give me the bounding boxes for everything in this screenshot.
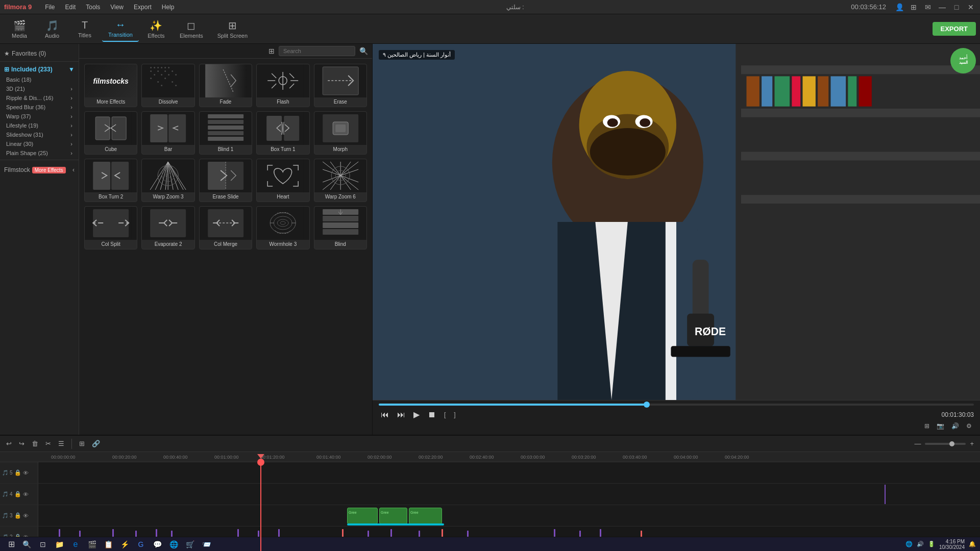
effect-blind[interactable]: Blind (314, 206, 367, 249)
effect-colmerge[interactable]: Col Merge (199, 206, 252, 249)
lock-icon-3[interactable]: 🔒 (14, 512, 21, 519)
mail-icon[interactable]: ✉ (923, 2, 933, 12)
effect-warpzoom6[interactable]: Warp Zoom 6 (314, 159, 367, 202)
lock-icon-4[interactable]: 🔒 (14, 491, 21, 497)
lock-icon-5[interactable]: 🔒 (14, 469, 21, 476)
taskbar-notification-icon[interactable]: 🔔 (969, 541, 976, 547)
crop-btn[interactable]: ⊞ (922, 421, 932, 431)
sidebar-plain-shape[interactable]: Plain Shape (25) › (0, 148, 79, 158)
menu-help[interactable]: Help (157, 0, 180, 14)
undo-btn[interactable]: ↩ (4, 439, 14, 448)
sidebar-3d[interactable]: 3D (21) › (0, 84, 79, 93)
taskbar-app2[interactable]: 📋 (101, 538, 115, 550)
effect-flash[interactable]: Flash (256, 64, 309, 107)
tool-media[interactable]: 🎬 Media (4, 16, 35, 42)
sidebar-slideshow[interactable]: Slideshow (31) › (0, 130, 79, 139)
taskbar-explorer[interactable]: 📁 (52, 538, 66, 550)
effect-blind1[interactable]: Blind 1 (199, 111, 252, 155)
progress-thumb[interactable] (644, 402, 650, 408)
redo-btn[interactable]: ↪ (17, 439, 27, 448)
zoom-in-btn[interactable]: + (968, 439, 976, 448)
delete-btn[interactable]: 🗑 (30, 439, 40, 448)
effect-fade[interactable]: Fade (199, 64, 252, 107)
effect-wormhole3[interactable]: Wormhole 3 (256, 206, 309, 249)
effect-bar[interactable]: Bar (141, 111, 194, 155)
search-icon[interactable]: 🔍 (359, 47, 368, 55)
effect-erase[interactable]: Erase (314, 64, 367, 107)
tool-split-screen[interactable]: ⊞ Split Screen (211, 16, 254, 42)
grid-icon[interactable]: ⊞ (909, 2, 919, 12)
sidebar-warp[interactable]: Warp (37) › (0, 112, 79, 121)
progress-bar[interactable] (379, 404, 974, 406)
track-content-4[interactable] (38, 484, 980, 505)
rewind-btn[interactable]: ⏮ (379, 409, 391, 420)
minimize-btn[interactable]: — (937, 2, 947, 12)
menu-tools[interactable]: Tools (81, 0, 105, 14)
step-back-btn[interactable]: ⏭ (395, 409, 407, 420)
taskbar-app3[interactable]: ⚡ (117, 538, 132, 550)
tool-transition[interactable]: ↔ Transition (102, 16, 139, 42)
tool-audio[interactable]: 🎵 Audio (37, 16, 67, 42)
sidebar-linear[interactable]: Linear (30) › (0, 139, 79, 148)
green-clip-3a[interactable]: Gree (347, 508, 378, 524)
maximize-btn[interactable]: □ (951, 2, 962, 12)
effect-heart[interactable]: Heart (256, 159, 309, 202)
effect-boxturn1[interactable]: Box Turn 1 (256, 111, 309, 155)
taskbar-sound-icon[interactable]: 🔊 (917, 541, 924, 547)
tool-effects[interactable]: ✨ Effects (141, 16, 172, 42)
eye-icon-4[interactable]: 👁 (23, 491, 29, 497)
search-input[interactable] (279, 46, 355, 56)
taskbar-datetime[interactable]: 4:16 PM 10/30/2024 (939, 539, 965, 550)
sidebar-speed-blur[interactable]: Speed Blur (36) › (0, 103, 79, 112)
sidebar-basic[interactable]: Basic (18) (0, 75, 79, 84)
taskbar-app5[interactable]: 📨 (199, 538, 213, 550)
settings-btn[interactable]: ⚙ (964, 421, 974, 431)
effect-cube[interactable]: Cube (84, 111, 137, 155)
green-clip-3b[interactable]: Gree (379, 508, 407, 524)
taskbar-chrome[interactable]: 🌐 (166, 538, 181, 550)
grid-view-icon[interactable]: ⊞ (268, 47, 275, 55)
sidebar-ripple[interactable]: Ripple & Dis... (16) › (0, 93, 79, 103)
list-btn[interactable]: ☰ (56, 439, 66, 448)
taskbar-battery-icon[interactable]: 🔋 (928, 541, 935, 547)
green-clip-3c[interactable]: Gree (409, 508, 442, 524)
taskbar-app4[interactable]: 💬 (150, 538, 164, 550)
track-add-btn[interactable]: ⊞ (77, 439, 87, 448)
taskbar-browser[interactable]: G (134, 538, 148, 550)
tool-elements[interactable]: ◻ Elements (174, 16, 209, 42)
sidebar-favorites[interactable]: ★ Favorites (0) (0, 48, 79, 59)
taskbar-search[interactable]: 🔍 (19, 538, 34, 550)
start-button[interactable]: ⊞ (4, 537, 18, 552)
taskbar-network-icon[interactable]: 🌐 (905, 541, 913, 547)
effect-warpzoom3[interactable]: Warp Zoom 3 (141, 159, 194, 202)
export-button[interactable]: EXPORT (933, 22, 976, 36)
taskbar-filmora[interactable]: 🎬 (85, 538, 99, 550)
stop-btn[interactable]: ⏹ (426, 409, 438, 420)
sidebar-lifestyle[interactable]: Lifestyle (19) › (0, 121, 79, 130)
volume-btn[interactable]: 🔊 (949, 421, 961, 431)
menu-view[interactable]: View (105, 0, 129, 14)
taskbar-taskview[interactable]: ⊡ (36, 538, 50, 550)
taskbar-edge[interactable]: e (68, 538, 83, 550)
taskbar-store[interactable]: 🛒 (183, 538, 197, 550)
track-content-3[interactable]: Gree Gree Gree (38, 505, 980, 526)
cut-btn[interactable]: ✂ (43, 439, 53, 448)
eye-icon-3[interactable]: 👁 (23, 513, 29, 519)
menu-edit[interactable]: Edit (60, 0, 81, 14)
sidebar-included[interactable]: ⊞ Included (233) ▼ (0, 64, 79, 75)
link-btn[interactable]: 🔗 (90, 439, 102, 448)
effect-eraseslide[interactable]: Erase Slide (199, 159, 252, 202)
menu-file[interactable]: File (40, 0, 60, 14)
effect-morph[interactable]: Morph (314, 111, 367, 155)
effect-filmstocks[interactable]: filmstocks More Effects (84, 64, 137, 107)
effect-evaporate2[interactable]: Evaporate 2 (141, 206, 194, 249)
zoom-out-btn[interactable]: — (912, 439, 923, 448)
tool-titles[interactable]: T Titles (69, 16, 100, 42)
menu-export[interactable]: Export (129, 0, 157, 14)
bracket-left-btn[interactable]: [ (442, 410, 448, 419)
effect-colsplit[interactable]: Col Split (84, 206, 137, 249)
effect-boxturn2[interactable]: Box Turn 2 (84, 159, 137, 202)
effect-dissolve[interactable]: Dissolve (141, 64, 194, 107)
clip-thin-4[interactable] (885, 485, 886, 504)
play-btn[interactable]: ▶ (411, 409, 422, 420)
